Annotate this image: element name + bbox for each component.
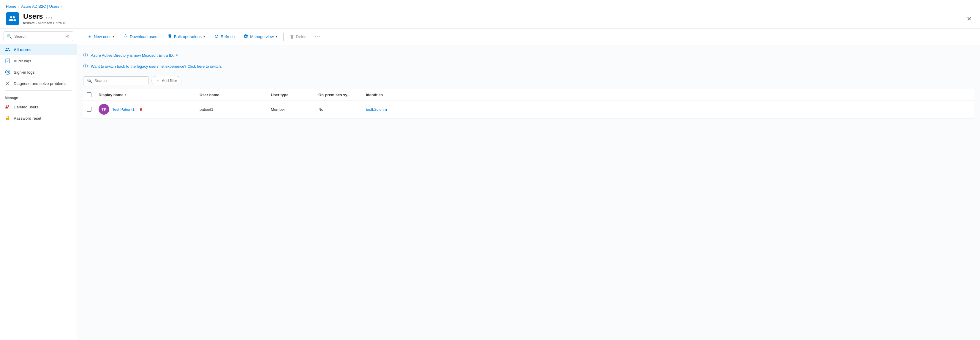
refresh-icon — [214, 34, 219, 40]
download-users-button[interactable]: Download users — [119, 32, 163, 41]
page-title-text: Users — [23, 12, 43, 21]
info-text-1: Azure Active Directory is now Microsoft … — [91, 53, 174, 57]
col-identities-label: Identities — [366, 93, 383, 97]
table-search-input[interactable] — [94, 78, 145, 83]
info-link-2[interactable]: Want to switch back to the legacy users … — [91, 64, 222, 68]
filter-row: 🔍 Add filter — [83, 76, 974, 85]
row-username-cell: patient1 — [196, 100, 267, 119]
audit-logs-icon — [5, 58, 11, 64]
row-display-name-cell: TP Test Patient1 6 — [95, 100, 196, 119]
table-wrapper: Display name ↑ User name User type — [83, 89, 974, 119]
info-icon-1: ⓘ — [83, 52, 88, 59]
sidebar-item-password-reset[interactable]: Password reset — [0, 113, 77, 124]
sort-icon: ↑ — [125, 93, 127, 97]
search-icon: 🔍 — [87, 78, 92, 83]
breadcrumb-sep-2: › — [61, 4, 62, 9]
page-subtitle: testb2c - Microsoft Entra ID — [23, 21, 66, 25]
plus-icon: ＋ — [87, 33, 92, 40]
bulk-operations-label: Bulk operations — [174, 35, 202, 39]
bulk-ops-chevron: ▾ — [204, 35, 205, 39]
sidebar-search-input[interactable] — [14, 34, 63, 39]
page-title-block: Users ... testb2c - Microsoft Entra ID — [23, 12, 66, 25]
users-table: Display name ↑ User name User type — [83, 89, 974, 119]
toolbar: ＋ New user ▾ Download users Bulk operati… — [77, 29, 980, 45]
content-inner: ⓘ Azure Active Directory is now Microsof… — [77, 45, 980, 340]
manage-view-label: Manage view — [250, 35, 274, 39]
info-icon-2: ⓘ — [83, 63, 88, 70]
sidebar-item-deleted-users-label: Deleted users — [14, 105, 38, 109]
bulk-ops-icon — [167, 34, 172, 40]
display-name-link[interactable]: Test Patient1 — [112, 107, 135, 112]
col-header-check — [83, 89, 95, 100]
sidebar-item-diagnose[interactable]: Diagnose and solve problems — [0, 78, 77, 89]
col-header-usertype[interactable]: User type — [267, 89, 315, 100]
row-usertype: Member — [271, 107, 285, 112]
password-reset-icon — [5, 115, 11, 121]
external-link-icon-1: ↗ — [175, 54, 178, 57]
table-body: TP Test Patient1 6 patient1 Member — [83, 100, 974, 119]
col-header-username[interactable]: User name — [196, 89, 267, 100]
main-layout: 🔍 « All users Audit logs Sign-in logs — [0, 28, 980, 340]
row-usertype-cell: Member — [267, 100, 315, 119]
sidebar-collapse-button[interactable]: « — [65, 33, 70, 39]
page-header: Users ... testb2c - Microsoft Entra ID ✕ — [0, 10, 980, 28]
svg-point-7 — [8, 119, 8, 119]
sidebar-search-box[interactable]: 🔍 « — [3, 32, 73, 41]
breadcrumb: Home › Azure AD B2C | Users › — [0, 0, 980, 10]
col-header-identities[interactable]: Identities — [362, 89, 974, 100]
header-checkbox[interactable] — [87, 92, 91, 97]
table-header: Display name ↑ User name User type — [83, 89, 974, 100]
add-filter-label: Add filter — [162, 78, 177, 83]
table-search-box[interactable]: 🔍 — [83, 76, 148, 85]
sidebar: 🔍 « All users Audit logs Sign-in logs — [0, 29, 77, 340]
breadcrumb-home[interactable]: Home — [6, 4, 16, 9]
refresh-label: Refresh — [221, 35, 235, 39]
col-header-display-name[interactable]: Display name ↑ — [95, 89, 196, 100]
sidebar-item-deleted-users[interactable]: Deleted users — [0, 101, 77, 113]
user-avatar: TP — [99, 104, 109, 114]
row-identity-link[interactable]: testb2c.onm — [366, 107, 387, 112]
col-onprem-label: On-premises sy... — [318, 93, 350, 97]
info-text-2: Want to switch back to the legacy users … — [91, 64, 222, 68]
users-page-icon — [6, 12, 19, 25]
refresh-button[interactable]: Refresh — [210, 32, 239, 41]
sidebar-item-audit-logs[interactable]: Audit logs — [0, 55, 77, 67]
breadcrumb-users[interactable]: Azure AD B2C | Users — [21, 4, 59, 9]
table-row[interactable]: TP Test Patient1 6 patient1 Member — [83, 100, 974, 119]
add-filter-button[interactable]: Add filter — [151, 76, 181, 85]
download-icon — [123, 34, 128, 40]
all-users-icon — [5, 47, 11, 52]
signin-logs-icon — [5, 69, 11, 75]
content-area: ＋ New user ▾ Download users Bulk operati… — [77, 29, 980, 340]
delete-button: Delete — [285, 32, 312, 41]
table-header-row: Display name ↑ User name User type — [83, 89, 974, 100]
close-button[interactable]: ✕ — [964, 14, 974, 24]
delete-label: Delete — [296, 35, 308, 39]
row-onprem-cell: No — [315, 100, 362, 119]
bulk-operations-button[interactable]: Bulk operations ▾ — [163, 32, 209, 41]
new-user-label: New user — [94, 35, 111, 39]
row-number-badge: 6 — [137, 107, 142, 112]
sidebar-item-signin-logs[interactable]: Sign-in logs — [0, 67, 77, 78]
row-checkbox[interactable] — [87, 107, 91, 112]
sidebar-divider — [5, 90, 72, 91]
download-users-label: Download users — [130, 35, 159, 39]
col-header-onprem[interactable]: On-premises sy... — [315, 89, 362, 100]
sidebar-item-all-users-label: All users — [14, 48, 30, 52]
sidebar-item-password-reset-label: Password reset — [14, 116, 41, 121]
new-user-chevron: ▾ — [113, 35, 115, 39]
more-options-button[interactable]: ··· — [312, 32, 323, 41]
new-user-button[interactable]: ＋ New user ▾ — [83, 32, 118, 42]
breadcrumb-sep-1: › — [18, 4, 19, 9]
page-title-more-btn[interactable]: ... — [46, 13, 53, 20]
filter-icon — [156, 78, 160, 83]
sidebar-item-audit-logs-label: Audit logs — [14, 59, 31, 63]
row-identities-cell: testb2c.onm — [362, 100, 974, 119]
sidebar-item-all-users[interactable]: All users — [0, 44, 77, 55]
page-title: Users ... — [23, 12, 66, 21]
manage-view-button[interactable]: Manage view ▾ — [239, 32, 282, 41]
manage-view-chevron: ▾ — [275, 35, 277, 39]
sidebar-search-icon: 🔍 — [7, 34, 12, 39]
sidebar-item-signin-logs-label: Sign-in logs — [14, 70, 35, 75]
info-link-1[interactable]: Azure Active Directory is now Microsoft … — [91, 53, 178, 57]
